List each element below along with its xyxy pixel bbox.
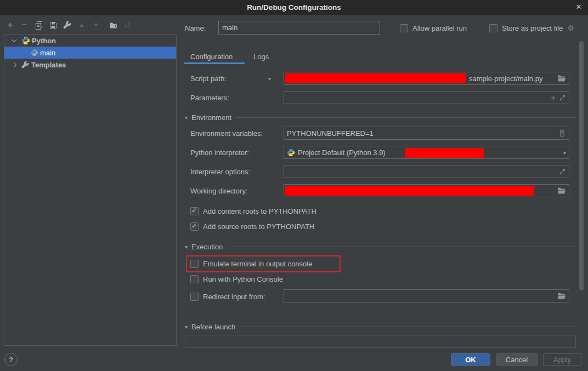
allow-parallel-run-row: Allow parallel run xyxy=(400,22,467,33)
parameters-label: Parameters: xyxy=(190,94,229,102)
store-as-project-file-label: Store as project file xyxy=(502,24,563,32)
configurations-tree-panel: Python main Templates xyxy=(4,34,177,346)
run-debug-configurations-dialog: Run/Debug Configurations ✕ + − az xyxy=(0,0,588,371)
tree-item-label: Python xyxy=(32,37,56,45)
browse-folder-icon[interactable] xyxy=(557,75,566,82)
redaction xyxy=(285,186,534,196)
redirect-input-checkbox[interactable] xyxy=(190,293,199,301)
tab-logs[interactable]: Logs xyxy=(253,53,269,61)
name-input[interactable] xyxy=(218,21,380,35)
run-with-python-console-row: Run with Python Console xyxy=(190,273,283,284)
script-path-label: Script path: xyxy=(190,75,227,83)
execution-section-header[interactable]: ▾ Execution xyxy=(185,242,576,251)
environment-section-label: Environment xyxy=(191,113,231,122)
add-source-roots-checkbox[interactable] xyxy=(190,222,199,231)
redirect-input-row: Redirect input from: xyxy=(190,291,265,302)
chevron-down-icon[interactable] xyxy=(12,37,17,43)
tree-item-templates-group[interactable]: Templates xyxy=(4,59,176,71)
python-config-icon xyxy=(31,49,38,56)
tree-item-label: main xyxy=(40,49,55,57)
vertical-scrollbar-thumb[interactable] xyxy=(579,41,584,290)
redirect-input-field[interactable] xyxy=(284,289,569,302)
working-directory-field[interactable] xyxy=(284,184,569,197)
name-label: Name: xyxy=(185,24,206,32)
new-folder-icon[interactable] xyxy=(109,20,118,30)
add-content-roots-row: Add content roots to PYTHONPATH xyxy=(190,206,316,216)
tree-item-label: Templates xyxy=(31,61,66,69)
section-divider xyxy=(239,327,576,327)
close-icon[interactable]: ✕ xyxy=(574,2,584,12)
before-launch-task-list[interactable] xyxy=(185,335,576,348)
add-source-roots-label: Add source roots to PYTHONPATH xyxy=(203,222,314,231)
redaction xyxy=(285,73,466,83)
edit-templates-wrench-icon[interactable] xyxy=(63,20,72,30)
environment-section-header[interactable]: ▾ Environment xyxy=(185,113,576,122)
svg-text:a: a xyxy=(128,21,130,25)
expand-field-icon[interactable] xyxy=(559,168,566,175)
interpreter-options-field[interactable] xyxy=(284,165,569,178)
python-interpreter-value: Project Default (Python 3.9) xyxy=(298,149,386,157)
parameters-field[interactable]: + xyxy=(284,91,569,104)
collapse-triangle-icon[interactable]: ▾ xyxy=(185,324,188,330)
interpreter-dropdown-icon[interactable]: ▾ xyxy=(563,150,566,156)
browse-folder-icon[interactable] xyxy=(557,292,566,300)
allow-parallel-run-label: Allow parallel run xyxy=(412,24,467,32)
store-as-project-file-checkbox[interactable] xyxy=(489,24,497,32)
tree-item-main-selected[interactable]: main xyxy=(4,47,176,59)
environment-variables-field[interactable]: PYTHONUNBUFFERED=1 xyxy=(284,127,569,140)
run-with-python-console-checkbox[interactable] xyxy=(190,275,199,283)
interpreter-options-label: Interpreter options: xyxy=(190,168,250,176)
section-divider xyxy=(235,117,576,118)
section-divider xyxy=(227,247,576,247)
add-configuration-button[interactable]: + xyxy=(5,20,15,30)
execution-section-label: Execution xyxy=(191,243,223,251)
apply-button[interactable]: Apply xyxy=(543,353,581,366)
edit-variables-list-icon[interactable] xyxy=(558,129,566,137)
help-button[interactable]: ? xyxy=(4,353,18,366)
add-source-roots-row: Add source roots to PYTHONPATH xyxy=(190,221,314,232)
remove-configuration-button[interactable]: − xyxy=(20,20,29,30)
templates-wrench-icon xyxy=(21,61,30,69)
script-path-dropdown-icon[interactable]: ▾ xyxy=(268,76,271,82)
collapse-triangle-icon[interactable]: ▾ xyxy=(185,115,188,121)
python-logo-icon xyxy=(21,36,30,45)
configurations-toolbar: + − az xyxy=(5,20,132,30)
annotation-highlight xyxy=(186,255,341,272)
add-content-roots-checkbox[interactable] xyxy=(190,207,199,215)
gear-icon[interactable]: ⚙ xyxy=(567,24,574,32)
titlebar: Run/Debug Configurations ✕ xyxy=(0,0,588,15)
allow-parallel-run-checkbox[interactable] xyxy=(400,24,408,32)
copy-configuration-icon[interactable] xyxy=(34,20,43,30)
redirect-input-label: Redirect input from: xyxy=(203,293,265,301)
chevron-right-icon[interactable] xyxy=(12,62,17,67)
sort-configurations-icon[interactable]: az xyxy=(123,20,132,30)
python-interpreter-label: Python interpreter: xyxy=(190,149,249,157)
script-path-field[interactable]: sample-project/main.py xyxy=(284,72,569,85)
expand-field-icon[interactable] xyxy=(559,94,566,101)
browse-folder-icon[interactable] xyxy=(557,187,566,195)
move-up-icon[interactable] xyxy=(77,20,86,30)
run-with-python-console-label: Run with Python Console xyxy=(203,275,283,283)
collapse-triangle-icon[interactable]: ▾ xyxy=(185,244,188,250)
active-tab-underline xyxy=(184,62,245,64)
redaction xyxy=(405,148,484,158)
python-logo-icon xyxy=(287,149,295,157)
store-as-project-file-row: Store as project file ⚙ xyxy=(489,22,574,33)
add-content-roots-label: Add content roots to PYTHONPATH xyxy=(203,207,316,215)
ok-button[interactable]: OK xyxy=(451,353,490,366)
environment-variables-label: Environment variables: xyxy=(190,129,263,138)
before-launch-section-header[interactable]: ▾ Before launch xyxy=(185,322,576,331)
cancel-button[interactable]: Cancel xyxy=(496,353,538,366)
before-launch-section-label: Before launch xyxy=(191,323,235,331)
dialog-title: Run/Debug Configurations xyxy=(247,3,341,12)
tree-item-python-group[interactable]: Python xyxy=(4,35,176,47)
save-configuration-icon[interactable] xyxy=(48,20,58,30)
python-interpreter-select[interactable]: Project Default (Python 3.9) ▾ xyxy=(284,146,569,159)
svg-text:z: z xyxy=(128,25,130,29)
working-directory-label: Working directory: xyxy=(190,187,248,195)
script-path-value: sample-project/main.py xyxy=(469,75,542,83)
move-down-icon[interactable] xyxy=(91,20,100,30)
environment-variables-value: PYTHONUNBUFFERED=1 xyxy=(287,129,374,138)
macro-plus-icon[interactable]: + xyxy=(551,94,556,101)
tab-configuration[interactable]: Configuration xyxy=(190,53,233,61)
